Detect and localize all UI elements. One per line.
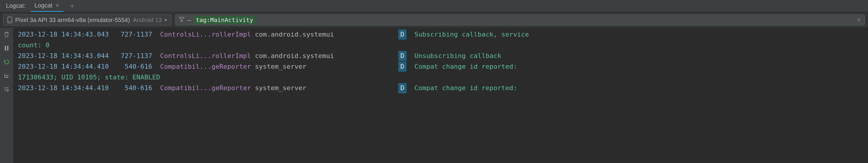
logcat-tab-bar: Logcat: Logcat ✕ ＋: [0, 0, 868, 12]
clear-filter-icon[interactable]: ✕: [855, 17, 861, 23]
filter-input[interactable]: tag:MainActivity: [194, 16, 255, 24]
log-message: Subscribing callback, service: [414, 30, 529, 40]
log-pid: 540-616: [117, 62, 152, 72]
logcat-main: 2023-12-18 14:34:43.043 727-1137 Control…: [0, 28, 868, 163]
log-pid: 727-1137: [117, 30, 152, 40]
filter-prefix: –: [187, 16, 191, 24]
svg-rect-1: [8, 22, 12, 22]
log-row-continuation[interactable]: 171306433; UID 10105; state: ENABLED: [13, 72, 868, 83]
log-row[interactable]: 2023-12-18 14:34:43.043 727-1137 Control…: [13, 29, 868, 40]
log-timestamp: 2023-12-18 14:34:43.043: [18, 30, 109, 40]
log-level-badge: D: [398, 83, 407, 93]
log-message: Compat change id reported:: [414, 62, 517, 72]
log-level-badge: D: [398, 51, 407, 61]
log-tag: Compatibil...geReporter: [160, 62, 251, 72]
device-icon: [7, 17, 12, 23]
log-message: Unsubscribing callback: [414, 51, 501, 61]
log-timestamp: 2023-12-18 14:34:44.410: [18, 62, 109, 72]
clear-log-button[interactable]: [2, 30, 11, 39]
log-timestamp: 2023-12-18 14:34:44.410: [18, 83, 109, 93]
chevron-down-icon: ▾: [165, 17, 167, 23]
log-package: com.android.systemui: [255, 51, 398, 61]
log-tag: ControlsLi...rollerImpl: [160, 51, 251, 61]
log-row[interactable]: 2023-12-18 14:34:44.410 540-616 Compatib…: [13, 61, 868, 72]
log-package: system_server: [255, 83, 398, 93]
scroll-to-end-button[interactable]: [2, 71, 11, 80]
logcat-toolbar: Pixel 3a API 33 arm64-v8a (emulator-5554…: [0, 12, 868, 28]
log-output[interactable]: 2023-12-18 14:34:43.043 727-1137 Control…: [13, 28, 868, 163]
log-tag: ControlsLi...rollerImpl: [160, 30, 251, 40]
log-package: system_server: [255, 62, 398, 72]
svg-rect-0: [8, 17, 12, 23]
filter-icon: [179, 17, 184, 23]
close-icon[interactable]: ✕: [56, 3, 59, 8]
log-timestamp: 2023-12-18 14:34:43.044: [18, 51, 109, 61]
pause-button[interactable]: [2, 44, 11, 52]
restart-button[interactable]: [2, 58, 11, 66]
side-toolbar: [0, 28, 13, 163]
device-name: Pixel 3a API 33 arm64-v8a (emulator-5554…: [15, 17, 130, 24]
device-selector[interactable]: Pixel 3a API 33 arm64-v8a (emulator-5554…: [3, 14, 172, 26]
log-level-badge: D: [398, 30, 407, 40]
panel-title: Logcat:: [2, 2, 29, 9]
svg-rect-2: [5, 46, 6, 50]
android-version: Android 13: [133, 17, 162, 24]
soft-wrap-button[interactable]: [2, 85, 11, 93]
filter-box[interactable]: –tag:MainActivity ✕: [175, 14, 865, 26]
log-pid: 540-616: [117, 83, 152, 93]
log-row-continuation[interactable]: count: 0: [13, 40, 868, 50]
tab-logcat[interactable]: Logcat ✕: [30, 0, 64, 12]
log-message: Compat change id reported:: [414, 83, 517, 93]
tab-label: Logcat: [35, 2, 53, 9]
log-row[interactable]: 2023-12-18 14:34:43.044 727-1137 Control…: [13, 50, 868, 61]
log-row[interactable]: 2023-12-18 14:34:44.410 540-616 Compatib…: [13, 83, 868, 93]
log-level-badge: D: [398, 62, 407, 72]
log-pid: 727-1137: [117, 51, 152, 61]
svg-rect-3: [7, 46, 8, 50]
add-tab-button[interactable]: ＋: [65, 1, 80, 10]
log-tag: Compatibil...geReporter: [160, 83, 251, 93]
log-package: com.android.systemui: [255, 30, 398, 40]
